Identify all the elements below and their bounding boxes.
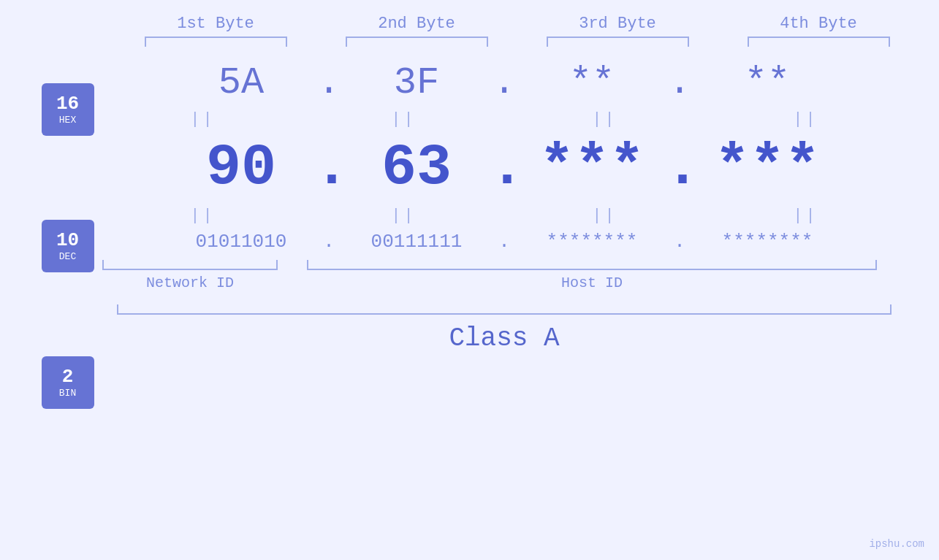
pipe-row-2: || || || ||	[102, 207, 906, 225]
hex-b1: 5A	[168, 61, 314, 104]
bin-b2: 00111111	[343, 231, 490, 253]
hex-b1-value: 5A	[218, 61, 264, 104]
bottom-labels: Network ID Host ID	[102, 275, 906, 291]
bin-b3-value: ********	[547, 231, 638, 253]
hex-b3-value: **	[569, 61, 615, 104]
class-label: Class A	[102, 323, 906, 353]
dec-b3-value: ***	[539, 134, 645, 201]
hex-b2-value: 3F	[394, 61, 439, 104]
bin-b1-value: 01011010	[196, 231, 287, 253]
bin-badge: 2 BIN	[42, 356, 94, 409]
bracket-gap1	[278, 260, 307, 270]
bottom-brackets-row	[102, 260, 906, 270]
bin-b2-value: 00111111	[371, 231, 463, 253]
dec-badge: 10 DEC	[42, 220, 94, 272]
dec-b4-value: ***	[715, 134, 820, 201]
byte2-header: 2nd Byte	[336, 15, 497, 33]
dec-row: 90 . 63 . *** . ***	[102, 134, 906, 201]
hex-badge-number: 16	[56, 94, 79, 113]
bracket-3	[547, 37, 689, 47]
hex-b2: 3F	[343, 61, 490, 104]
byte1-header: 1st Byte	[135, 15, 296, 33]
top-brackets	[115, 37, 919, 47]
pipe-2-4: ||	[726, 207, 886, 225]
pipe-1-4: ||	[726, 110, 886, 129]
pipe-1-2: ||	[324, 110, 484, 129]
bin-b4-value: ********	[722, 231, 813, 253]
dec-b4: ***	[694, 134, 840, 201]
dec-badge-number: 10	[56, 231, 79, 250]
pipe-2-1: ||	[123, 207, 284, 225]
bin-badge-number: 2	[62, 367, 74, 386]
byte-headers: 1st Byte 2nd Byte 3rd Byte 4th Byte	[115, 15, 919, 33]
hex-row: 5A . 3F . ** . **	[102, 61, 906, 104]
hex-dot3: .	[665, 64, 694, 102]
bin-row: 01011010 . 00111111 . ******** . *******…	[102, 231, 906, 253]
dec-dot3: .	[665, 134, 694, 201]
bin-b3: ********	[519, 231, 665, 253]
main-container: 1st Byte 2nd Byte 3rd Byte 4th Byte 16 H…	[0, 0, 939, 560]
hex-dot2: .	[490, 64, 519, 102]
bracket-1	[145, 37, 287, 47]
network-id-label: Network ID	[102, 275, 278, 291]
dec-badge-label: DEC	[59, 251, 76, 262]
bracket-2	[346, 37, 488, 47]
bin-b4: ********	[694, 231, 840, 253]
pipe-row-1: || || || ||	[102, 110, 906, 129]
hex-badge: 16 HEX	[42, 83, 94, 136]
pipe-2-3: ||	[525, 207, 685, 225]
dec-b2-value: 63	[381, 134, 452, 201]
bin-badge-label: BIN	[59, 388, 76, 399]
pipe-1-3: ||	[525, 110, 685, 129]
hex-dot1: .	[314, 64, 343, 102]
values-area: 5A . 3F . ** . ** || || || ||	[102, 61, 939, 409]
bin-dot1: .	[314, 231, 343, 253]
dec-b1-value: 90	[206, 134, 276, 201]
hex-b4: **	[694, 61, 840, 104]
bin-dot2: .	[490, 231, 519, 253]
watermark: ipshu.com	[869, 538, 924, 550]
pipe-1-1: ||	[123, 110, 284, 129]
badges-column: 16 HEX 10 DEC 2 BIN	[0, 83, 102, 409]
dec-b1: 90	[168, 134, 314, 201]
host-id-label: Host ID	[307, 275, 877, 291]
bottom-bracket-host	[307, 260, 877, 270]
dec-b2: 63	[343, 134, 490, 201]
label-gap	[278, 275, 307, 291]
dec-dot2: .	[490, 134, 519, 201]
bin-dot3: .	[665, 231, 694, 253]
hex-badge-label: HEX	[59, 115, 76, 126]
bin-b1: 01011010	[168, 231, 314, 253]
hex-b3: **	[519, 61, 665, 104]
bottom-bracket-network	[102, 260, 278, 270]
dec-b3: ***	[519, 134, 665, 201]
big-bottom-bracket	[117, 304, 892, 315]
bracket-4	[748, 37, 890, 47]
pipe-2-2: ||	[324, 207, 484, 225]
hex-b4-value: **	[745, 61, 790, 104]
byte3-header: 3rd Byte	[537, 15, 698, 33]
dec-dot1: .	[314, 134, 343, 201]
byte4-header: 4th Byte	[738, 15, 899, 33]
